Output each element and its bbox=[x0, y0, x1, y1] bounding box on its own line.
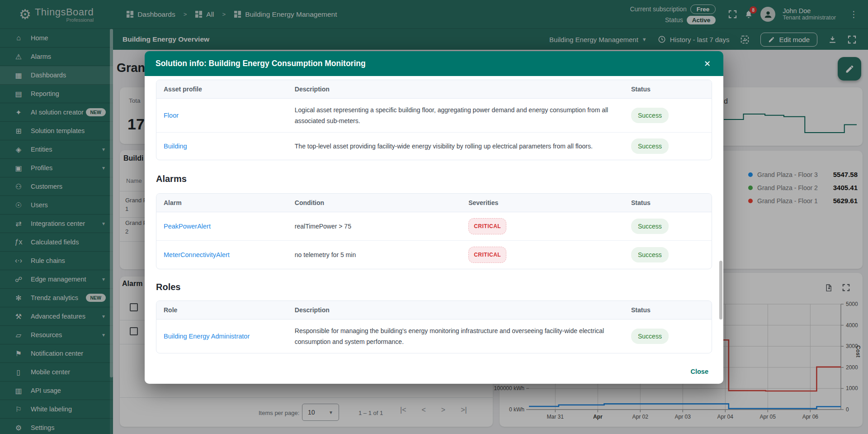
condition-cell: realTimePower > 75 bbox=[288, 212, 461, 240]
dialog-body: Asset profile Description Status Floor L… bbox=[145, 76, 723, 384]
status-badge: Success bbox=[631, 219, 669, 234]
table-row: Building Energy Administrator Responsibl… bbox=[156, 320, 712, 353]
status-badge: Success bbox=[631, 329, 669, 344]
table-row: MeterConnectivityAlert no telemetry for … bbox=[156, 240, 712, 269]
dialog-title: Solution info: Building Energy Consumpti… bbox=[156, 59, 366, 68]
severity-badge: CRITICAL bbox=[468, 247, 506, 263]
dialog-scrollbar[interactable] bbox=[719, 261, 722, 320]
column-header: Status bbox=[624, 80, 712, 99]
alarms-table: Alarm Condition Severities Status PeakPo… bbox=[156, 193, 712, 269]
roles-table: Role Description Status Building Energy … bbox=[156, 300, 712, 353]
column-header: Severities bbox=[461, 194, 624, 212]
status-badge: Success bbox=[631, 247, 669, 262]
table-row: PeakPowerAlert realTimePower > 75 CRITIC… bbox=[156, 212, 712, 240]
asset-profile-link[interactable]: Building bbox=[164, 143, 187, 150]
column-header: Asset profile bbox=[156, 80, 288, 99]
asset-profiles-table: Asset profile Description Status Floor L… bbox=[156, 80, 712, 160]
column-header: Description bbox=[288, 80, 624, 99]
description-cell: Logical asset representing a specific bu… bbox=[288, 99, 624, 132]
column-header: Status bbox=[624, 301, 712, 320]
column-header: Condition bbox=[288, 194, 461, 212]
asset-profile-link[interactable]: Floor bbox=[164, 112, 179, 119]
table-row: Building The top-level asset providing f… bbox=[156, 132, 712, 160]
severity-badge: CRITICAL bbox=[468, 218, 506, 234]
alarm-link[interactable]: MeterConnectivityAlert bbox=[164, 251, 230, 258]
close-button[interactable]: Close bbox=[691, 368, 709, 375]
status-badge: Success bbox=[631, 138, 669, 154]
role-link[interactable]: Building Energy Administrator bbox=[164, 333, 250, 340]
alarms-section-heading: Alarms bbox=[156, 174, 712, 184]
condition-cell: no telemetry for 5 min bbox=[288, 240, 461, 269]
column-header: Status bbox=[624, 194, 712, 212]
alarm-link[interactable]: PeakPowerAlert bbox=[164, 223, 211, 230]
description-cell: Responsible for managing the building's … bbox=[288, 320, 624, 353]
table-row: Floor Logical asset representing a speci… bbox=[156, 99, 712, 132]
thingsboard-app: ⚙ ThingsBoard Professional Dashboards > … bbox=[0, 0, 868, 434]
column-header: Role bbox=[156, 301, 288, 320]
close-icon[interactable]: ✕ bbox=[702, 57, 712, 71]
column-header: Description bbox=[288, 301, 624, 320]
description-cell: The top-level asset providing facility-w… bbox=[288, 132, 624, 160]
status-badge: Success bbox=[631, 108, 669, 123]
solution-info-dialog: Solution info: Building Energy Consumpti… bbox=[145, 51, 723, 384]
column-header: Alarm bbox=[156, 194, 288, 212]
roles-section-heading: Roles bbox=[156, 282, 712, 292]
dialog-header: Solution info: Building Energy Consumpti… bbox=[145, 51, 723, 76]
